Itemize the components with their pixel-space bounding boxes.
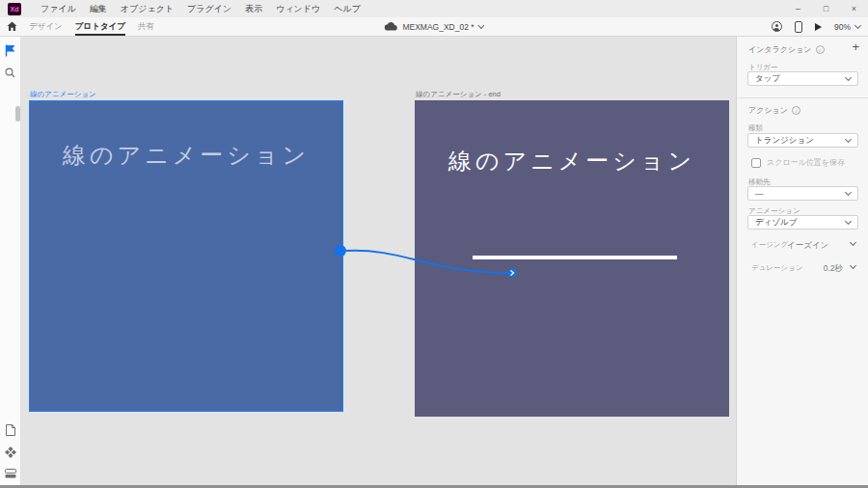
toolbar-right: 90% [772, 17, 860, 36]
artboard-end-heading: 線のアニメーション [415, 146, 729, 176]
menu-item-file[interactable]: ファイル [41, 3, 76, 15]
left-tool-rail [0, 37, 21, 488]
menubar: Xd ファイル 編集 オブジェクト プラグイン 表示 ウィンドウ ヘルプ – □… [0, 0, 868, 17]
chevron-down-icon [845, 73, 852, 80]
artboard-title-end[interactable]: 線のアニメーション - end [416, 90, 501, 99]
add-interaction-button[interactable]: + [852, 41, 859, 53]
interaction-section-label: インタラクション [748, 44, 812, 55]
rail-top-tools [0, 37, 20, 78]
scrollbar-thumb[interactable] [15, 106, 20, 122]
canvas[interactable]: 線のアニメーション 線のアニメーション - end 線のアニメーション 線のアニ… [21, 37, 736, 488]
menu-item-object[interactable]: オブジェクト [121, 3, 174, 15]
device-preview-icon[interactable] [795, 21, 802, 33]
action-section-label: アクション [748, 105, 788, 116]
menu-item-plugins[interactable]: プラグイン [187, 3, 231, 15]
action-section-header: アクション i [748, 105, 800, 116]
trigger-value: タップ [755, 73, 780, 85]
easing-row[interactable]: イージング イーズイン [737, 238, 868, 252]
maximize-button[interactable]: □ [812, 0, 840, 17]
window-controls: – □ × [784, 0, 868, 17]
chevron-down-icon [478, 21, 485, 28]
xd-logo: Xd [8, 3, 21, 15]
menu-item-view[interactable]: 表示 [245, 3, 262, 15]
chevron-down-icon [850, 262, 856, 269]
menu-item-help[interactable]: ヘルプ [334, 3, 361, 15]
zoom-control[interactable]: 90% [834, 22, 860, 32]
prototype-pointer-icon[interactable] [5, 44, 16, 57]
preserve-scroll-checkbox[interactable] [751, 158, 761, 168]
rail-bottom-tools [0, 424, 20, 478]
libraries-icon[interactable] [6, 424, 15, 436]
artboard-title-start[interactable]: 線のアニメーション [30, 90, 96, 99]
menu-item-window[interactable]: ウィンドウ [276, 3, 320, 15]
destination-value: — [755, 189, 764, 199]
menu-item-edit[interactable]: 編集 [90, 3, 107, 15]
preserve-scroll-label: スクロール位置を保存 [767, 157, 845, 168]
play-preview-icon[interactable] [815, 23, 822, 31]
destination-dropdown[interactable]: — [747, 186, 858, 201]
animation-dropdown[interactable]: ディゾルブ [747, 215, 858, 230]
artboard-end[interactable]: 線のアニメーション [415, 100, 729, 417]
assets-icon[interactable] [5, 447, 16, 458]
minimize-button[interactable]: – [784, 0, 812, 17]
easing-label: イージング [751, 240, 788, 250]
chevron-down-icon [845, 135, 852, 142]
share-user-icon[interactable] [772, 21, 782, 32]
duration-row[interactable]: デュレーション 0.2秒 [737, 261, 868, 275]
artboard-start-heading: 線のアニメーション [30, 140, 342, 171]
info-icon: i [792, 106, 800, 115]
chevron-down-icon [845, 188, 852, 195]
layers-icon[interactable] [5, 469, 16, 478]
menu-items: ファイル 編集 オブジェクト プラグイン 表示 ウィンドウ ヘルプ [41, 3, 361, 15]
chevron-down-icon [854, 21, 861, 28]
tab-share[interactable]: 共有 [138, 17, 154, 36]
preserve-scroll-row: スクロール位置を保存 [751, 157, 845, 168]
zoom-level: 90% [834, 22, 851, 32]
easing-value[interactable]: イーズイン [787, 240, 828, 252]
zoom-tool-icon[interactable] [5, 68, 15, 78]
trigger-dropdown[interactable]: タップ [747, 71, 858, 86]
chevron-down-icon [850, 239, 856, 246]
interaction-section-header: インタラクション i [748, 44, 825, 55]
duration-value[interactable]: 0.2秒 [824, 263, 843, 275]
chevron-down-icon [845, 217, 852, 224]
section-divider [737, 97, 868, 98]
mode-tabs: デザイン プロトタイプ 共有 [29, 17, 154, 36]
animation-value: ディゾルブ [755, 217, 798, 229]
close-button[interactable]: × [840, 0, 868, 17]
tab-design[interactable]: デザイン [29, 17, 63, 36]
tab-prototype[interactable]: プロトタイプ [75, 17, 125, 36]
cloud-icon [384, 22, 397, 31]
document-title[interactable]: MEXMAG_XD_02 * [384, 17, 483, 36]
app-toolbar: デザイン プロトタイプ 共有 MEXMAG_XD_02 * 90% [0, 17, 868, 37]
type-value: トランジション [755, 135, 814, 147]
home-icon[interactable] [7, 21, 17, 32]
inspector-panel: インタラクション i + トリガー タップ アクション i 種類 トランジション… [736, 37, 868, 488]
type-label: 種類 [748, 123, 763, 133]
duration-label: デュレーション [751, 263, 803, 273]
line-shape [473, 256, 677, 259]
document-name: MEXMAG_XD_02 * [402, 22, 474, 32]
artboard-start[interactable]: 線のアニメーション [29, 100, 343, 412]
type-dropdown[interactable]: トランジション [747, 133, 858, 148]
info-icon: i [816, 45, 825, 54]
